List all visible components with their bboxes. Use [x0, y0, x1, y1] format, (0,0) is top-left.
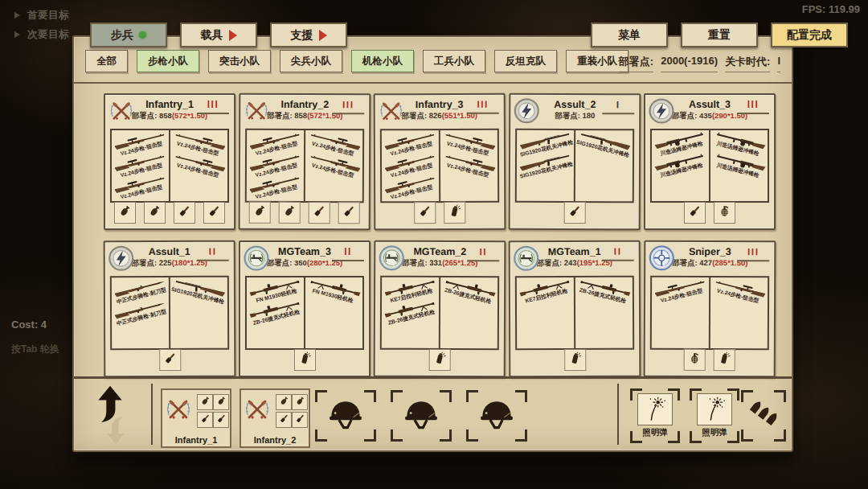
item-slot[interactable] [174, 202, 195, 224]
unit-card[interactable]: MGTeam_1II部署点: 243(195*1.25)KE7启拉利轻机枪ZB-… [509, 240, 641, 378]
selected-squad-Infantry_2[interactable]: Infantry_2 [240, 388, 310, 448]
stick-grenade-icon [200, 413, 211, 427]
grenade-icon [253, 204, 267, 221]
item-slot[interactable] [414, 202, 436, 224]
tab-载具[interactable]: 载具 [180, 23, 257, 47]
cost-value: 243 [564, 258, 577, 267]
filter-divider [74, 82, 792, 84]
lmg-icon: ZB-26捷克式轻机枪 [439, 277, 497, 306]
item-slot[interactable] [144, 202, 166, 224]
unit-card[interactable]: Infantry_3III部署点: 826(551*1.50)Vz.24步枪-狙… [374, 93, 506, 231]
primary-objective-label: 首要目标 [27, 8, 69, 23]
weapons-column-left: Vz.24步枪-狙击型Vz.24步枪-狙击型Vz.24步枪-狙击型 [247, 130, 304, 201]
infantry-slot[interactable] [466, 390, 527, 442]
weapons-box: KE7启拉利轻机枪ZB-26捷克式轻机枪ZB-26捷克式轻机枪 [380, 276, 499, 351]
cost-value: 826 [429, 111, 442, 120]
stick-grenade-icon [418, 204, 432, 221]
item-slot[interactable] [159, 349, 181, 371]
tab-支援[interactable]: 支援 [270, 23, 347, 47]
chevron-right-icon [319, 30, 327, 41]
weapons-column-left: KE7启拉利轻机枪ZB-26捷克式轻机枪 [382, 277, 439, 348]
action-配置完成[interactable]: 配置完成 [771, 23, 848, 47]
crossed-rifles-icon [164, 395, 193, 424]
item-slot[interactable] [684, 349, 706, 371]
filter-机枪小队[interactable]: 机枪小队 [351, 50, 414, 72]
item-slot[interactable] [279, 202, 301, 224]
secondary-objective-label: 次要目标 [27, 27, 69, 42]
infantry-slot[interactable] [391, 390, 452, 442]
infantry-slot[interactable] [315, 390, 376, 442]
action-菜单[interactable]: 菜单 [591, 23, 668, 47]
item-slots [105, 202, 234, 224]
weapons-column-left: SIG1920花机关冲锋枪SIG1920花机关冲锋枪 [517, 130, 574, 201]
unit-rank: III [467, 99, 499, 114]
ammo-slot[interactable] [741, 390, 786, 442]
weapons-box: 中正式步骑枪-刺刀型中正式步骑枪-刺刀型SIG1920花机关冲锋枪 [110, 276, 229, 351]
action-重置[interactable]: 重置 [681, 23, 758, 47]
item-slot[interactable] [338, 202, 360, 224]
action-label: 配置完成 [787, 28, 832, 43]
weapon-entry: Vz.24步枪-狙击型 [710, 280, 768, 302]
item-slot[interactable] [249, 202, 271, 224]
filter-反坦克队[interactable]: 反坦克队 [494, 50, 557, 72]
weapons-box: Vz.24步枪-狙击型Vz.24步枪-狙击型Vz.24步枪-狙击型Vz.24步枪… [380, 129, 499, 203]
unit-card[interactable]: Assult_3III部署点: 435(290*1.50)川造汤姆逊冲锋枪川造汤… [644, 93, 776, 230]
unit-rank: II [197, 246, 229, 261]
unit-card[interactable]: Sniper_3III部署点: 427(285*1.50)Vz.24步枪-狙击型… [644, 240, 776, 378]
selected-squad-Infantry_1[interactable]: Infantry_1 [161, 388, 231, 448]
item-slot[interactable] [714, 349, 735, 371]
weapons-column-right: SIG1920花机关冲锋枪 [169, 277, 227, 348]
filter-工兵小队[interactable]: 工兵小队 [423, 50, 485, 72]
deploy-down-button[interactable] [104, 416, 127, 445]
weapons-column-left: KE7启拉利轻机枪 [517, 277, 574, 348]
cost-label: 部署点: [536, 258, 563, 267]
weapons-column-right: Vz.24步枪-狙击型 [709, 277, 768, 348]
weapons-box: Vz.24步枪-狙击型Vz.24步枪-狙击型Vz.24步枪-狙击型Vz.24步枪… [245, 129, 364, 203]
flare-slot[interactable]: 照明弹 [630, 388, 680, 443]
item-slot[interactable] [114, 202, 136, 224]
smg-icon: SIG1920花机关冲锋枪 [169, 277, 227, 306]
unit-card[interactable]: Infantry_1III部署点: 858(572*1.50)Vz.24步枪-狙… [104, 93, 235, 230]
unit-card[interactable]: Assult_2I部署点: 180SIG1920花机关冲锋枪SIG1920花机关… [509, 93, 641, 231]
item-slot[interactable] [444, 202, 465, 224]
stick-grenade-icon [163, 351, 177, 368]
cost-label: 部署点: [672, 111, 699, 120]
triangle-bullet-icon [14, 31, 20, 38]
unit-card[interactable]: Infantry_2III部署点: 858(572*1.50)Vz.24步枪-狙… [239, 93, 371, 231]
grenade-icon [279, 395, 289, 409]
item-slot[interactable] [684, 202, 706, 224]
filter-尖兵小队[interactable]: 尖兵小队 [280, 50, 342, 72]
unit-card[interactable]: Assult_1II部署点: 225(180*1.25)中正式步骑枪-刺刀型中正… [104, 240, 236, 378]
unit-card[interactable]: MGTeam_3II部署点: 350(280*1.25)FN M1930轻机枪Z… [239, 240, 371, 377]
item-slot[interactable] [714, 202, 735, 224]
crossed-rifles-icon [108, 97, 135, 125]
item-slot[interactable] [203, 202, 225, 224]
weapon-entry: Vz.24步枪-狙击型 [652, 280, 709, 302]
cost-label: 部署点: [131, 258, 158, 267]
smoke-grenade-icon [432, 351, 446, 368]
flare-slot[interactable]: 照明弹 [690, 388, 739, 443]
weapons-column-left: 中正式步骑枪-刺刀型中正式步骑枪-刺刀型 [112, 277, 169, 348]
unit-card[interactable]: MGTeam_2II部署点: 331(265*1.25)KE7启拉利轻机枪ZB-… [374, 240, 506, 378]
filter-全部[interactable]: 全部 [85, 50, 128, 72]
item-slot[interactable] [564, 349, 586, 371]
tab-selected-indicator-icon [139, 31, 146, 39]
lightning-badge-icon [108, 244, 135, 272]
item-slot[interactable] [563, 202, 585, 224]
item-slot [292, 394, 308, 410]
weapons-column-left: Vz.24步枪-狙击型Vz.24步枪-狙击型Vz.24步枪-狙击型 [382, 130, 439, 201]
item-slot[interactable] [294, 349, 316, 371]
cost-label: 部署点: [267, 258, 294, 267]
unit-rank: II [602, 246, 634, 261]
weapons-column-right: SIG1920花机关冲锋枪 [574, 130, 633, 201]
stick-grenade-icon [216, 413, 227, 427]
item-slot[interactable] [428, 349, 450, 371]
filter-步枪小队[interactable]: 步枪小队 [137, 50, 199, 72]
tab-步兵[interactable]: 步兵 [90, 23, 167, 47]
item-slot [197, 394, 213, 410]
weapons-column-right: FN M1930轻机枪 [304, 277, 362, 348]
item-slot[interactable] [309, 202, 330, 224]
cost-label: 部署点: [402, 258, 429, 267]
unit-rank: III [332, 99, 364, 114]
filter-突击小队[interactable]: 突击小队 [208, 50, 271, 72]
